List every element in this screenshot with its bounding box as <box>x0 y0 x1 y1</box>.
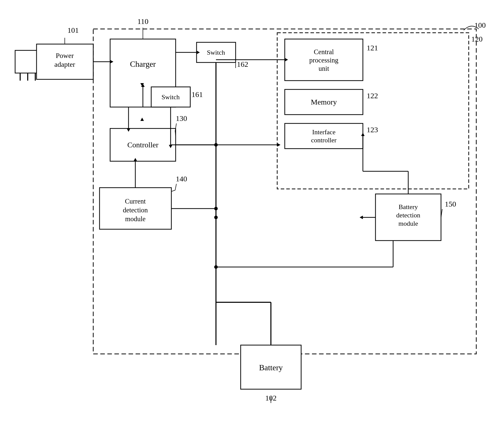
junction-bus-bottom <box>214 216 218 219</box>
ref-101-label: 101 <box>68 26 79 34</box>
power-adapter-label2: adapter <box>54 60 75 68</box>
junction-bdet-bus <box>214 265 218 269</box>
cpu-label1: Central <box>314 48 334 56</box>
cpu-label3: unit <box>319 65 329 72</box>
ref-150-label: 150 <box>445 200 456 208</box>
power-adapter-label: Power <box>56 52 74 59</box>
ref-120-label: 120 <box>471 35 483 43</box>
ref-121-label: 121 <box>367 44 378 52</box>
memory-label: Memory <box>311 98 337 106</box>
battery-label: Battery <box>259 363 283 372</box>
controller-label: Controller <box>127 141 158 149</box>
arrow-sw161-charger-up <box>140 118 144 121</box>
arrow-ctrl-iface <box>277 143 280 147</box>
charger-label: Charger <box>130 59 156 69</box>
current-detection-label3: module <box>125 215 146 223</box>
current-detection-label2: detection <box>123 206 148 214</box>
switch161-label: Switch <box>162 93 180 101</box>
arrow-bdet-iface <box>360 216 363 219</box>
interface-controller-block <box>285 123 363 149</box>
diagram: Power adapter Charger Switch Switch Cont… <box>0 0 504 432</box>
ref-123-label: 123 <box>367 125 378 134</box>
ref-140-label: 140 <box>176 175 187 183</box>
ref-140-line <box>171 184 176 191</box>
interface-controller-label2: controller <box>311 137 336 144</box>
cpu-label2: processing <box>309 56 338 64</box>
ref-162-label: 162 <box>237 60 248 68</box>
ref-122-label: 122 <box>367 91 378 100</box>
ref-161-label: 161 <box>192 90 203 98</box>
battery-detection-label2: detection <box>396 212 420 219</box>
junction-curr-bus <box>214 207 218 210</box>
current-detection-label1: Current <box>125 197 146 205</box>
switch162-label: Switch <box>207 49 225 56</box>
interface-controller-label1: Interface <box>312 128 335 136</box>
diagram-svg: Power adapter Charger Switch Switch Cont… <box>0 0 504 432</box>
ref-110-label: 110 <box>137 17 148 25</box>
battery-detection-label1: Battery <box>399 203 418 211</box>
battery-detection-label3: module <box>398 220 418 227</box>
ref-100-label: 100 <box>475 21 486 29</box>
ref-130-label: 130 <box>176 114 187 122</box>
